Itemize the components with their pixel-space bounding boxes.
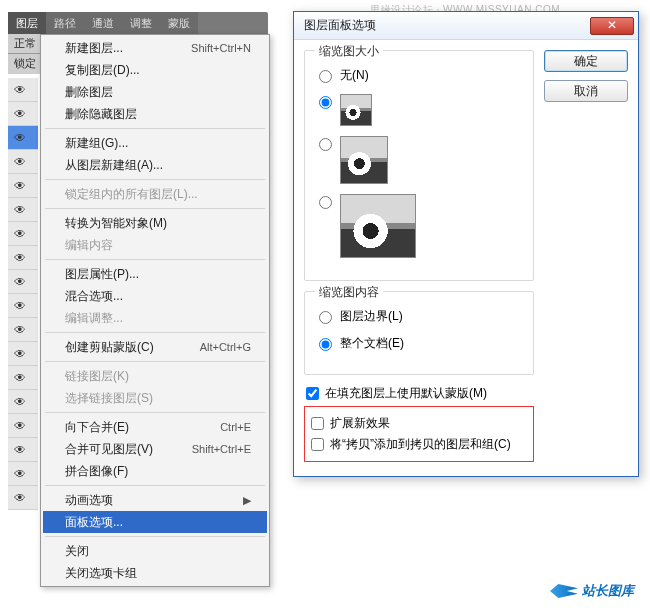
- thumb-medium-preview: [340, 136, 388, 184]
- tab-channels[interactable]: 通道: [84, 12, 122, 35]
- menu-separator: [45, 208, 265, 209]
- visibility-icon[interactable]: 👁: [10, 275, 30, 289]
- tab-layers[interactable]: 图层: [8, 12, 46, 35]
- menu-separator: [45, 259, 265, 260]
- panel-tabs: 图层路径通道调整蒙版: [8, 12, 268, 34]
- dialog-title: 图层面板选项: [304, 17, 376, 34]
- logo-icon: [550, 584, 578, 598]
- chk-addcopy[interactable]: 将“拷贝”添加到拷贝的图层和组(C): [311, 436, 529, 453]
- layer-row[interactable]: 👁: [8, 390, 38, 414]
- menu-separator: [45, 361, 265, 362]
- visibility-icon[interactable]: 👁: [10, 131, 30, 145]
- layer-row[interactable]: 👁: [8, 294, 38, 318]
- cancel-button[interactable]: 取消: [544, 80, 628, 102]
- menu-new-group[interactable]: 新建组(G)...: [43, 132, 267, 154]
- visibility-icon[interactable]: 👁: [10, 467, 30, 481]
- radio-small-input[interactable]: [319, 96, 332, 109]
- menu-close-tabs[interactable]: 关闭选项卡组: [43, 562, 267, 584]
- close-button[interactable]: ✕: [590, 17, 634, 35]
- menu-select-linked: 选择链接图层(S): [43, 387, 267, 409]
- tab-paths[interactable]: 路径: [46, 12, 84, 35]
- visibility-icon[interactable]: 👁: [10, 323, 30, 337]
- chk-expand-input[interactable]: [311, 417, 324, 430]
- menu-dup-layer[interactable]: 复制图层(D)...: [43, 59, 267, 81]
- tab-mask[interactable]: 蒙版: [160, 12, 198, 35]
- visibility-icon[interactable]: 👁: [10, 443, 30, 457]
- layer-row[interactable]: 👁: [8, 174, 38, 198]
- visibility-icon[interactable]: 👁: [10, 227, 30, 241]
- menu-panel-opts[interactable]: 面板选项...: [43, 511, 267, 533]
- menu-flatten[interactable]: 拼合图像(F): [43, 460, 267, 482]
- visibility-icon[interactable]: 👁: [10, 299, 30, 313]
- layer-row[interactable]: 👁: [8, 78, 38, 102]
- visibility-icon[interactable]: 👁: [10, 419, 30, 433]
- group-thumb-content: 缩览图内容 图层边界(L) 整个文档(E): [304, 291, 534, 375]
- layer-row[interactable]: 👁: [8, 486, 38, 510]
- layer-row[interactable]: 👁: [8, 102, 38, 126]
- thumb-large-preview: [340, 194, 416, 258]
- radio-small[interactable]: [319, 94, 523, 126]
- layer-row[interactable]: 👁: [8, 246, 38, 270]
- tab-adjust[interactable]: 调整: [122, 12, 160, 35]
- menu-separator: [45, 179, 265, 180]
- lock-label: 锁定: [14, 57, 36, 69]
- menu-new-layer[interactable]: 新建图层...Shift+Ctrl+N: [43, 37, 267, 59]
- visibility-icon[interactable]: 👁: [10, 251, 30, 265]
- visibility-icon[interactable]: 👁: [10, 491, 30, 505]
- submenu-arrow-icon: ▶: [243, 492, 251, 508]
- visibility-icon[interactable]: 👁: [10, 155, 30, 169]
- layer-row[interactable]: 👁: [8, 414, 38, 438]
- menu-layer-props[interactable]: 图层属性(P)...: [43, 263, 267, 285]
- radio-document-input[interactable]: [319, 338, 332, 351]
- layer-row[interactable]: 👁: [8, 366, 38, 390]
- chk-addcopy-input[interactable]: [311, 438, 324, 451]
- close-icon: ✕: [607, 18, 617, 32]
- radio-none[interactable]: 无(N): [319, 67, 523, 84]
- radio-bounds[interactable]: 图层边界(L): [319, 308, 523, 325]
- layer-row[interactable]: 👁: [8, 342, 38, 366]
- highlight-box: 扩展新效果 将“拷贝”添加到拷贝的图层和组(C): [304, 406, 534, 462]
- watermark-bottom: 站长图库: [550, 582, 634, 600]
- menu-edit-content: 编辑内容: [43, 234, 267, 256]
- radio-bounds-input[interactable]: [319, 311, 332, 324]
- menu-anim-opts[interactable]: 动画选项▶: [43, 489, 267, 511]
- menu-group-from[interactable]: 从图层新建组(A)...: [43, 154, 267, 176]
- layer-row[interactable]: 👁: [8, 318, 38, 342]
- menu-del-layer[interactable]: 删除图层: [43, 81, 267, 103]
- radio-document[interactable]: 整个文档(E): [319, 335, 523, 352]
- radio-medium[interactable]: [319, 136, 523, 184]
- visibility-icon[interactable]: 👁: [10, 347, 30, 361]
- radio-large[interactable]: [319, 194, 523, 258]
- layer-row[interactable]: 👁: [8, 270, 38, 294]
- group-title: 缩览图内容: [315, 284, 383, 301]
- chk-expand[interactable]: 扩展新效果: [311, 415, 529, 432]
- visibility-icon[interactable]: 👁: [10, 107, 30, 121]
- layer-row[interactable]: 👁: [8, 222, 38, 246]
- radio-none-input[interactable]: [319, 70, 332, 83]
- chk-usemask[interactable]: 在填充图层上使用默认蒙版(M): [306, 385, 534, 402]
- menu-smart-obj[interactable]: 转换为智能对象(M): [43, 212, 267, 234]
- layer-row[interactable]: 👁: [8, 198, 38, 222]
- menu-merge-visible[interactable]: 合并可见图层(V)Shift+Ctrl+E: [43, 438, 267, 460]
- thumb-small-preview: [340, 94, 372, 126]
- dialog-titlebar[interactable]: 图层面板选项 ✕: [294, 12, 638, 40]
- menu-blend-opts[interactable]: 混合选项...: [43, 285, 267, 307]
- visibility-icon[interactable]: 👁: [10, 83, 30, 97]
- radio-large-input[interactable]: [319, 196, 332, 209]
- visibility-icon[interactable]: 👁: [10, 179, 30, 193]
- layer-row[interactable]: 👁: [8, 438, 38, 462]
- layer-row[interactable]: 👁: [8, 150, 38, 174]
- visibility-icon[interactable]: 👁: [10, 203, 30, 217]
- chk-usemask-input[interactable]: [306, 387, 319, 400]
- visibility-icon[interactable]: 👁: [10, 371, 30, 385]
- ok-button[interactable]: 确定: [544, 50, 628, 72]
- menu-close[interactable]: 关闭: [43, 540, 267, 562]
- menu-clip-mask[interactable]: 创建剪贴蒙版(C)Alt+Ctrl+G: [43, 336, 267, 358]
- visibility-icon[interactable]: 👁: [10, 395, 30, 409]
- layer-row[interactable]: 👁: [8, 126, 38, 150]
- menu-del-hidden[interactable]: 删除隐藏图层: [43, 103, 267, 125]
- radio-medium-input[interactable]: [319, 138, 332, 151]
- group-thumb-size: 缩览图大小 无(N): [304, 50, 534, 281]
- layer-row[interactable]: 👁: [8, 462, 38, 486]
- menu-merge-down[interactable]: 向下合并(E)Ctrl+E: [43, 416, 267, 438]
